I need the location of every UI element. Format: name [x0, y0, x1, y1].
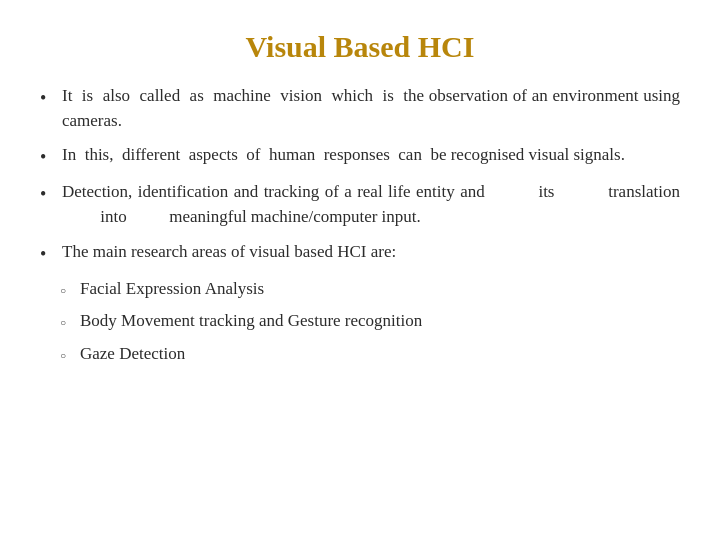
- slide: Visual Based HCI • It is also called as …: [0, 0, 720, 540]
- bullet-item-2: • In this, different aspects of human re…: [40, 143, 680, 170]
- bullet-dot-3: •: [40, 181, 62, 207]
- bullet-item-4: • The main research areas of visual base…: [40, 240, 680, 267]
- bullet-item-3: • Detection, identification and tracking…: [40, 180, 680, 229]
- slide-content: • It is also called as machine vision wh…: [40, 84, 680, 510]
- bullet-item-1: • It is also called as machine vision wh…: [40, 84, 680, 133]
- sub-bullet-list: ○ Facial Expression Analysis ○ Body Move…: [60, 277, 680, 375]
- sub-text-1: Facial Expression Analysis: [80, 277, 680, 302]
- sub-dot-3: ○: [60, 349, 80, 364]
- bullet-dot-4: •: [40, 241, 62, 267]
- bullet-text-3: Detection, identification and tracking o…: [62, 180, 680, 229]
- bullet-dot-1: •: [40, 85, 62, 111]
- main-bullet-list: • It is also called as machine vision wh…: [40, 84, 680, 277]
- sub-text-3: Gaze Detection: [80, 342, 680, 367]
- sub-item-1: ○ Facial Expression Analysis: [60, 277, 680, 302]
- sub-item-2: ○ Body Movement tracking and Gesture rec…: [60, 309, 680, 334]
- sub-text-2: Body Movement tracking and Gesture recog…: [80, 309, 680, 334]
- bullet-text-4: The main research areas of visual based …: [62, 240, 680, 265]
- bullet-text-1: It is also called as machine vision whic…: [62, 84, 680, 133]
- bullet-dot-2: •: [40, 144, 62, 170]
- sub-item-3: ○ Gaze Detection: [60, 342, 680, 367]
- sub-dot-2: ○: [60, 316, 80, 331]
- sub-dot-1: ○: [60, 284, 80, 299]
- bullet-text-2: In this, different aspects of human resp…: [62, 143, 680, 168]
- slide-title: Visual Based HCI: [40, 30, 680, 64]
